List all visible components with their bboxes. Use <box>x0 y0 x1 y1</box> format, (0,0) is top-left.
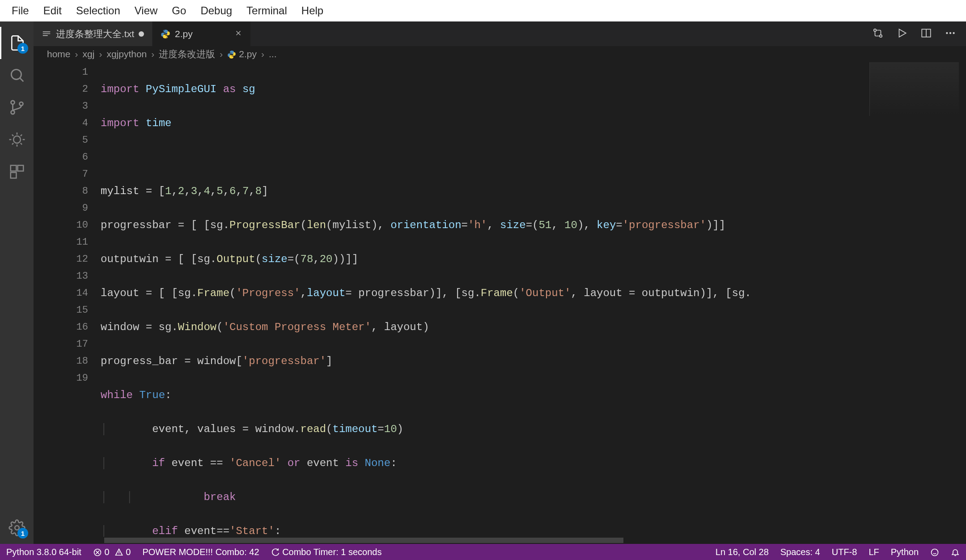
svg-point-12 <box>946 32 948 34</box>
chevron-right-icon: › <box>99 49 102 59</box>
svg-point-0 <box>11 69 21 79</box>
status-eol[interactable]: LF <box>869 547 879 557</box>
breadcrumb-item[interactable]: xgjpython <box>106 49 147 59</box>
explorer-badge: 1 <box>17 43 28 54</box>
chevron-right-icon: › <box>220 49 223 59</box>
more-icon[interactable] <box>945 27 956 41</box>
git-branch-icon <box>8 99 25 116</box>
breadcrumb-item[interactable]: 进度条改进版 <box>159 48 215 60</box>
status-problems[interactable]: 0 0 <box>93 547 131 557</box>
svg-point-10 <box>880 34 882 37</box>
breadcrumb-item[interactable]: home <box>47 49 71 59</box>
scrollbar-thumb[interactable] <box>104 538 623 543</box>
svg-point-16 <box>932 549 938 556</box>
breadcrumb-item[interactable]: ... <box>269 49 277 59</box>
warning-icon <box>114 548 123 557</box>
status-combo-timer[interactable]: Combo Timer: 1 seconds <box>271 547 382 557</box>
menu-terminal[interactable]: Terminal <box>239 4 294 17</box>
bug-icon <box>8 131 25 148</box>
compare-changes-icon[interactable] <box>872 27 884 41</box>
status-bar: Python 3.8.0 64-bit 0 0 POWER MODE!!! Co… <box>0 544 966 560</box>
sync-icon <box>271 548 280 557</box>
svg-rect-7 <box>10 173 16 178</box>
smiley-icon <box>930 548 939 557</box>
menu-go[interactable]: Go <box>165 4 193 17</box>
minimap[interactable] <box>869 62 959 116</box>
svg-point-4 <box>13 136 21 143</box>
activity-source-control[interactable] <box>0 91 34 123</box>
editor-area: 进度条整理大全.txt 2.py home › x <box>34 21 966 544</box>
code-editor[interactable]: 12345678910111213141516171819 import PyS… <box>34 62 966 544</box>
python-file-icon <box>161 29 170 39</box>
menu-selection[interactable]: Selection <box>69 4 127 17</box>
status-cursor-position[interactable]: Ln 16, Col 28 <box>716 547 769 557</box>
status-power-mode[interactable]: POWER MODE!!! Combo: 42 <box>142 547 259 557</box>
svg-point-9 <box>874 29 876 31</box>
activity-bar: 1 1 <box>0 21 34 544</box>
activity-settings[interactable]: 1 <box>0 512 34 544</box>
menu-edit[interactable]: Edit <box>36 4 69 17</box>
breadcrumb-item[interactable]: xgj <box>83 49 95 59</box>
code-content[interactable]: import PySimpleGUI as sg import time myl… <box>101 62 966 544</box>
svg-point-2 <box>11 110 14 114</box>
activity-explorer[interactable]: 1 <box>0 27 34 59</box>
svg-rect-6 <box>17 165 23 171</box>
svg-point-14 <box>953 32 954 34</box>
unsaved-dot-icon <box>139 31 144 37</box>
activity-search[interactable] <box>0 59 34 91</box>
status-indentation[interactable]: Spaces: 4 <box>780 547 820 557</box>
tab-txt-file[interactable]: 进度条整理大全.txt <box>34 21 153 46</box>
menu-debug[interactable]: Debug <box>193 4 239 17</box>
tab-python-file[interactable]: 2.py <box>153 21 251 46</box>
text-file-icon <box>42 29 51 39</box>
svg-point-3 <box>19 102 23 106</box>
run-icon[interactable] <box>896 27 908 41</box>
extensions-icon <box>8 163 25 180</box>
editor-actions <box>862 21 966 46</box>
chevron-right-icon: › <box>261 49 264 59</box>
status-python-env[interactable]: Python 3.8.0 64-bit <box>6 547 81 557</box>
menu-help[interactable]: Help <box>294 4 330 17</box>
bell-icon <box>951 548 960 557</box>
error-icon <box>93 548 102 557</box>
split-editor-icon[interactable] <box>920 27 932 41</box>
python-file-icon <box>227 49 236 59</box>
svg-point-1 <box>11 101 14 104</box>
breadcrumb-item[interactable]: 2.py <box>239 49 257 59</box>
svg-rect-5 <box>10 165 16 171</box>
status-feedback[interactable] <box>930 547 939 557</box>
svg-point-13 <box>949 32 951 34</box>
activity-debug[interactable] <box>0 123 34 156</box>
status-encoding[interactable]: UTF-8 <box>832 547 857 557</box>
tab-label: 2.py <box>175 29 193 39</box>
horizontal-scrollbar[interactable] <box>101 537 966 544</box>
tab-bar: 进度条整理大全.txt 2.py <box>34 21 966 46</box>
status-notifications[interactable] <box>951 547 960 557</box>
search-icon <box>8 67 25 84</box>
tab-label: 进度条整理大全.txt <box>56 28 134 40</box>
breadcrumbs[interactable]: home › xgj › xgjpython › 进度条改进版 › 2.py ›… <box>34 46 966 62</box>
chevron-right-icon: › <box>75 49 78 59</box>
line-numbers: 12345678910111213141516171819 <box>34 62 101 544</box>
activity-extensions[interactable] <box>0 156 34 188</box>
menu-file[interactable]: File <box>4 4 36 17</box>
close-icon[interactable] <box>234 29 242 39</box>
settings-badge: 1 <box>17 528 28 539</box>
menu-bar: File Edit Selection View Go Debug Termin… <box>0 0 966 21</box>
chevron-right-icon: › <box>151 49 154 59</box>
menu-view[interactable]: View <box>127 4 165 17</box>
status-language[interactable]: Python <box>891 547 919 557</box>
main-area: 1 1 进度条整理大全.txt <box>0 21 966 544</box>
